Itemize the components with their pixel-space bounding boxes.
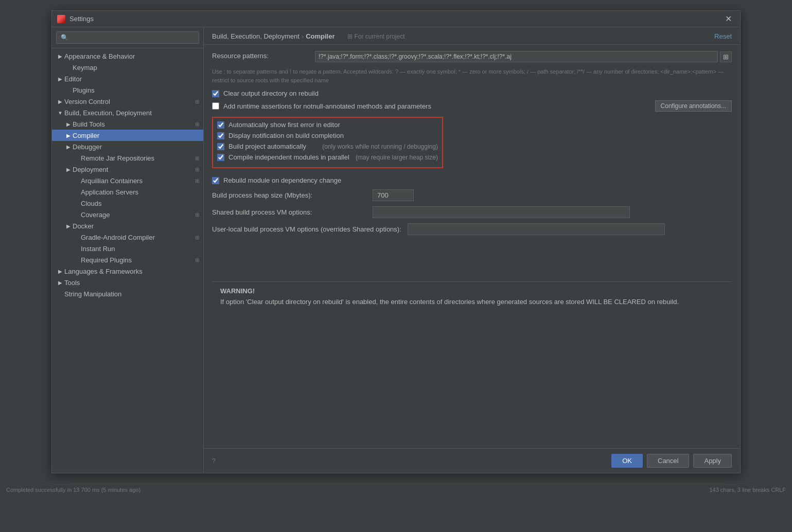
arrow-icon: ▶ bbox=[56, 278, 64, 287]
sidebar-item-label: Arquillian Containers bbox=[81, 177, 193, 185]
sidebar-item-tools[interactable]: ▶ Tools bbox=[52, 277, 203, 288]
sidebar-item-instant-run[interactable]: ▶ Instant Run bbox=[52, 243, 203, 254]
breadcrumb-parent: Build, Execution, Deployment bbox=[212, 32, 300, 40]
sidebar-item-debugger[interactable]: ▶ Debugger bbox=[52, 141, 203, 152]
badge-icon: ⊞ bbox=[195, 257, 199, 263]
status-text: Completed successfully in 13 700 ms (5 m… bbox=[6, 487, 140, 493]
search-box bbox=[52, 27, 203, 48]
checkbox-compile-parallel: Compile independent modules in parallel … bbox=[217, 153, 438, 161]
sidebar-item-app-servers[interactable]: ▶ Application Servers bbox=[52, 186, 203, 198]
checkbox-build-notification: Display notification on build completion bbox=[217, 132, 438, 139]
sidebar-item-label: Clouds bbox=[81, 200, 199, 207]
sidebar-item-label: Remote Jar Repositories bbox=[81, 154, 193, 162]
runtime-assertions-checkbox[interactable] bbox=[212, 102, 219, 110]
sidebar-item-gradle-android[interactable]: ▶ Gradle-Android Compiler ⊞ bbox=[52, 232, 203, 243]
arrow-icon: ▶ bbox=[64, 165, 73, 173]
close-button[interactable]: ✕ bbox=[722, 13, 735, 25]
for-project-icon: ⊞ bbox=[347, 33, 353, 40]
heap-size-input[interactable] bbox=[373, 189, 414, 201]
sidebar-item-label: Build Tools bbox=[73, 120, 193, 128]
badge-icon: ⊞ bbox=[195, 212, 199, 218]
resource-patterns-label: Resource patterns: bbox=[212, 51, 315, 60]
sidebar-item-build-tools[interactable]: ▶ Build Tools ⊞ bbox=[52, 118, 203, 130]
warning-box: WARNING! If option 'Clear output directo… bbox=[212, 281, 732, 312]
reset-button[interactable]: Reset bbox=[714, 32, 732, 40]
badge-icon: ⊞ bbox=[195, 235, 199, 240]
sidebar-item-plugins[interactable]: ▶ Plugins bbox=[52, 84, 203, 96]
panel-body: Resource patterns: ⊞ Use ; to separate p… bbox=[204, 45, 740, 448]
sidebar-item-languages[interactable]: ▶ Languages & Frameworks bbox=[52, 265, 203, 277]
sidebar-item-editor[interactable]: ▶ Editor bbox=[52, 73, 203, 84]
checkbox-build-auto: Build project automatically (only works … bbox=[217, 143, 438, 150]
app-icon bbox=[57, 15, 65, 23]
sidebar-item-label: Coverage bbox=[81, 211, 193, 219]
badge-icon: ⊞ bbox=[195, 155, 199, 161]
sidebar-item-keymap[interactable]: ▶ Keymap bbox=[52, 62, 203, 73]
sidebar-item-label: Version Control bbox=[64, 98, 193, 105]
search-input[interactable] bbox=[56, 31, 199, 44]
warning-title: WARNING! bbox=[220, 287, 724, 295]
shared-vm-row: Shared build process VM options: bbox=[212, 206, 732, 218]
sidebar-item-compiler[interactable]: ▶ Compiler bbox=[52, 130, 203, 141]
build-notification-checkbox[interactable] bbox=[217, 132, 224, 139]
for-project-text: For current project bbox=[355, 33, 405, 40]
resource-input-wrap: ⊞ bbox=[315, 51, 732, 62]
clear-output-label: Clear output directory on rebuild bbox=[223, 90, 732, 97]
checkbox-rebuild-module: Rebuild module on dependency change bbox=[212, 176, 732, 184]
heap-size-label: Build process heap size (Mbytes): bbox=[212, 191, 366, 199]
sidebar-item-required-plugins[interactable]: ▶ Required Plugins ⊞ bbox=[52, 254, 203, 265]
sidebar-item-label: Gradle-Android Compiler bbox=[81, 234, 193, 241]
user-vm-input[interactable] bbox=[408, 223, 665, 235]
rebuild-module-checkbox[interactable] bbox=[212, 177, 219, 184]
sidebar-item-arquillian[interactable]: ▶ Arquillian Containers ⊞ bbox=[52, 175, 203, 186]
sidebar-item-clouds[interactable]: ▶ Clouds bbox=[52, 198, 203, 209]
apply-button[interactable]: Apply bbox=[693, 454, 732, 468]
arrow-icon: ▶ bbox=[64, 222, 73, 230]
sidebar-item-string-manipulation[interactable]: ▶ String Manipulation bbox=[52, 288, 203, 299]
ok-button[interactable]: OK bbox=[611, 454, 643, 468]
cancel-button[interactable]: Cancel bbox=[647, 454, 689, 468]
sidebar-item-label: Languages & Frameworks bbox=[64, 268, 199, 275]
badge-icon: ⊞ bbox=[195, 121, 199, 127]
checkbox-runtime-assertions: Add runtime assertions for notnull-annot… bbox=[212, 100, 732, 112]
sidebar-item-remote-jar[interactable]: ▶ Remote Jar Repositories ⊞ bbox=[52, 152, 203, 164]
clear-output-checkbox[interactable] bbox=[212, 90, 219, 97]
runtime-assertions-label: Add runtime assertions for notnull-annot… bbox=[223, 102, 649, 110]
sidebar-item-label: Docker bbox=[73, 222, 199, 230]
resource-patterns-row: Resource patterns: ⊞ bbox=[212, 51, 732, 62]
warning-text: If option 'Clear output directory on reb… bbox=[220, 297, 724, 307]
breadcrumb-separator: › bbox=[302, 32, 304, 40]
badge-icon: ⊞ bbox=[195, 178, 199, 184]
breadcrumb-current: Compiler bbox=[306, 32, 335, 40]
for-project-label: ⊞ For current project bbox=[347, 33, 405, 40]
configure-annotations-button[interactable]: Configure annotations... bbox=[655, 100, 732, 112]
sidebar-item-build-execution[interactable]: ▼ Build, Execution, Deployment bbox=[52, 107, 203, 118]
compile-parallel-checkbox[interactable] bbox=[217, 154, 224, 161]
arrow-icon: ▶ bbox=[64, 120, 73, 128]
sidebar-item-coverage[interactable]: ▶ Coverage ⊞ bbox=[52, 209, 203, 220]
build-auto-checkbox[interactable] bbox=[217, 143, 224, 150]
arrow-icon: ▶ bbox=[56, 75, 64, 83]
sidebar-item-label: Required Plugins bbox=[81, 256, 193, 264]
sidebar-item-label: Build, Execution, Deployment bbox=[64, 109, 199, 117]
window-title: Settings bbox=[69, 15, 722, 23]
status-right: 143 chars, 3 line breaks CRLF bbox=[709, 487, 786, 493]
resource-patterns-input[interactable] bbox=[315, 51, 718, 62]
arrow-icon: ▶ bbox=[56, 97, 64, 105]
sidebar-item-docker[interactable]: ▶ Docker bbox=[52, 220, 203, 232]
footer-help-icon[interactable]: ? bbox=[212, 457, 607, 465]
sidebar-item-appearance[interactable]: ▶ Appearance & Behavior bbox=[52, 50, 203, 62]
sidebar-item-version-control[interactable]: ▶ Version Control ⊞ bbox=[52, 96, 203, 107]
user-vm-row: User-local build process VM options (ove… bbox=[212, 223, 732, 235]
show-error-checkbox[interactable] bbox=[217, 121, 224, 129]
badge-icon: ⊞ bbox=[195, 99, 199, 104]
arrow-icon: ▶ bbox=[64, 143, 73, 151]
sidebar-item-deployment[interactable]: ▶ Deployment ⊞ bbox=[52, 164, 203, 175]
build-auto-aside: (only works while not running / debuggin… bbox=[322, 143, 438, 150]
expand-button[interactable]: ⊞ bbox=[720, 51, 732, 62]
sidebar-item-label: Appearance & Behavior bbox=[64, 52, 199, 60]
checkbox-clear-output: Clear output directory on rebuild bbox=[212, 90, 732, 97]
compile-parallel-label: Compile independent modules in parallel bbox=[228, 153, 349, 161]
shared-vm-input[interactable] bbox=[373, 206, 630, 218]
user-vm-label: User-local build process VM options (ove… bbox=[212, 225, 401, 233]
